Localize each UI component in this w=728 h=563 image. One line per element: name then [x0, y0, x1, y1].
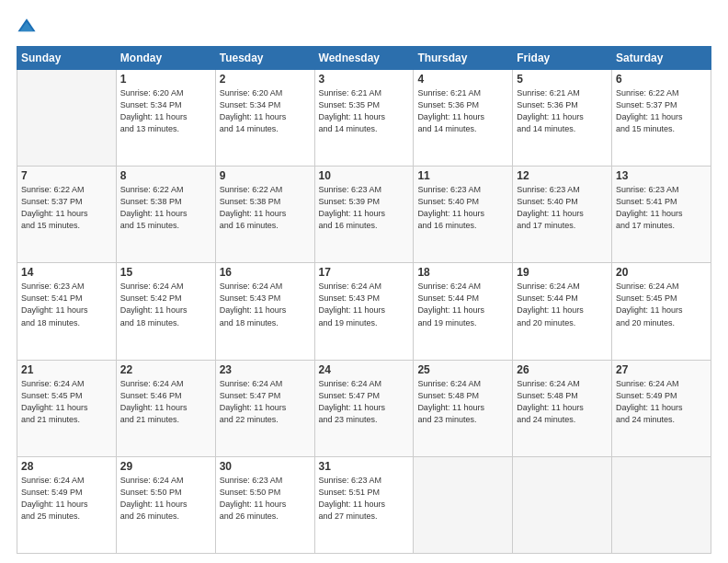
day-number: 12 [517, 169, 608, 182]
calendar-cell: 5Sunrise: 6:21 AM Sunset: 5:36 PM Daylig… [513, 70, 612, 167]
calendar-cell: 31Sunrise: 6:23 AM Sunset: 5:51 PM Dayli… [314, 456, 414, 553]
calendar-cell: 18Sunrise: 6:24 AM Sunset: 5:44 PM Dayli… [414, 263, 513, 360]
day-info: Sunrise: 6:23 AM Sunset: 5:39 PM Dayligh… [319, 184, 410, 232]
day-info: Sunrise: 6:22 AM Sunset: 5:37 PM Dayligh… [616, 87, 707, 135]
weekday-header-wednesday: Wednesday [314, 47, 414, 70]
day-number: 21 [21, 363, 112, 376]
calendar-cell: 17Sunrise: 6:24 AM Sunset: 5:43 PM Dayli… [314, 263, 414, 360]
day-number: 3 [319, 73, 410, 86]
calendar-cell [17, 70, 117, 167]
calendar-cell: 9Sunrise: 6:22 AM Sunset: 5:38 PM Daylig… [215, 167, 314, 263]
calendar-cell: 4Sunrise: 6:21 AM Sunset: 5:36 PM Daylig… [414, 70, 513, 167]
day-number: 9 [220, 169, 311, 182]
logo [17, 17, 40, 37]
day-info: Sunrise: 6:22 AM Sunset: 5:38 PM Dayligh… [220, 184, 311, 232]
calendar-cell [612, 456, 711, 553]
calendar-cell: 1Sunrise: 6:20 AM Sunset: 5:34 PM Daylig… [116, 70, 215, 167]
day-number: 1 [120, 73, 211, 86]
day-number: 22 [120, 363, 211, 376]
day-info: Sunrise: 6:23 AM Sunset: 5:40 PM Dayligh… [517, 184, 608, 232]
calendar-cell: 27Sunrise: 6:24 AM Sunset: 5:49 PM Dayli… [612, 360, 711, 456]
header [17, 17, 711, 37]
day-number: 17 [319, 266, 410, 279]
calendar-cell: 3Sunrise: 6:21 AM Sunset: 5:35 PM Daylig… [314, 70, 414, 167]
calendar-cell: 13Sunrise: 6:23 AM Sunset: 5:41 PM Dayli… [612, 167, 711, 263]
day-info: Sunrise: 6:21 AM Sunset: 5:36 PM Dayligh… [417, 87, 508, 135]
calendar-cell: 14Sunrise: 6:23 AM Sunset: 5:41 PM Dayli… [17, 263, 117, 360]
day-number: 8 [120, 169, 211, 182]
weekday-header-saturday: Saturday [612, 47, 711, 70]
day-number: 7 [21, 169, 112, 182]
calendar-cell: 28Sunrise: 6:24 AM Sunset: 5:49 PM Dayli… [17, 456, 117, 553]
calendar-cell: 7Sunrise: 6:22 AM Sunset: 5:37 PM Daylig… [17, 167, 117, 263]
week-row-3: 14Sunrise: 6:23 AM Sunset: 5:41 PM Dayli… [17, 263, 711, 360]
day-info: Sunrise: 6:24 AM Sunset: 5:49 PM Dayligh… [616, 378, 707, 426]
day-info: Sunrise: 6:22 AM Sunset: 5:37 PM Dayligh… [21, 184, 112, 232]
calendar-cell: 16Sunrise: 6:24 AM Sunset: 5:43 PM Dayli… [215, 263, 314, 360]
weekday-header-friday: Friday [513, 47, 612, 70]
day-number: 14 [21, 266, 112, 279]
day-number: 25 [417, 363, 508, 376]
calendar-cell: 30Sunrise: 6:23 AM Sunset: 5:50 PM Dayli… [215, 456, 314, 553]
day-info: Sunrise: 6:24 AM Sunset: 5:45 PM Dayligh… [21, 378, 112, 426]
calendar-cell: 12Sunrise: 6:23 AM Sunset: 5:40 PM Dayli… [513, 167, 612, 263]
calendar-cell: 29Sunrise: 6:24 AM Sunset: 5:50 PM Dayli… [116, 456, 215, 553]
day-number: 23 [220, 363, 311, 376]
calendar-cell [513, 456, 612, 553]
week-row-4: 21Sunrise: 6:24 AM Sunset: 5:45 PM Dayli… [17, 360, 711, 456]
day-info: Sunrise: 6:23 AM Sunset: 5:51 PM Dayligh… [319, 475, 410, 523]
day-info: Sunrise: 6:22 AM Sunset: 5:38 PM Dayligh… [120, 184, 211, 232]
day-number: 18 [417, 266, 508, 279]
day-info: Sunrise: 6:24 AM Sunset: 5:43 PM Dayligh… [319, 281, 410, 328]
day-info: Sunrise: 6:24 AM Sunset: 5:42 PM Dayligh… [120, 281, 211, 328]
day-info: Sunrise: 6:24 AM Sunset: 5:46 PM Dayligh… [120, 378, 211, 426]
day-number: 13 [616, 169, 707, 182]
week-row-5: 28Sunrise: 6:24 AM Sunset: 5:49 PM Dayli… [17, 456, 711, 553]
day-number: 11 [417, 169, 508, 182]
day-info: Sunrise: 6:23 AM Sunset: 5:50 PM Dayligh… [220, 475, 311, 523]
calendar-cell: 8Sunrise: 6:22 AM Sunset: 5:38 PM Daylig… [116, 167, 215, 263]
day-info: Sunrise: 6:24 AM Sunset: 5:48 PM Dayligh… [417, 378, 508, 426]
logo-icon [17, 17, 37, 37]
day-number: 16 [220, 266, 311, 279]
day-number: 28 [21, 460, 112, 473]
week-row-2: 7Sunrise: 6:22 AM Sunset: 5:37 PM Daylig… [17, 167, 711, 263]
day-info: Sunrise: 6:24 AM Sunset: 5:44 PM Dayligh… [517, 281, 608, 328]
day-number: 10 [319, 169, 410, 182]
calendar-cell: 15Sunrise: 6:24 AM Sunset: 5:42 PM Dayli… [116, 263, 215, 360]
day-number: 24 [319, 363, 410, 376]
day-number: 30 [220, 460, 311, 473]
calendar-cell: 11Sunrise: 6:23 AM Sunset: 5:40 PM Dayli… [414, 167, 513, 263]
day-number: 29 [120, 460, 211, 473]
day-number: 26 [517, 363, 608, 376]
calendar-cell: 2Sunrise: 6:20 AM Sunset: 5:34 PM Daylig… [215, 70, 314, 167]
calendar-cell: 22Sunrise: 6:24 AM Sunset: 5:46 PM Dayli… [116, 360, 215, 456]
day-info: Sunrise: 6:24 AM Sunset: 5:45 PM Dayligh… [616, 281, 707, 328]
calendar-cell: 25Sunrise: 6:24 AM Sunset: 5:48 PM Dayli… [414, 360, 513, 456]
calendar-cell: 10Sunrise: 6:23 AM Sunset: 5:39 PM Dayli… [314, 167, 414, 263]
weekday-header-sunday: Sunday [17, 47, 117, 70]
calendar-cell: 26Sunrise: 6:24 AM Sunset: 5:48 PM Dayli… [513, 360, 612, 456]
calendar-cell [414, 456, 513, 553]
day-number: 19 [517, 266, 608, 279]
day-number: 2 [220, 73, 311, 86]
day-number: 31 [319, 460, 410, 473]
day-info: Sunrise: 6:24 AM Sunset: 5:48 PM Dayligh… [517, 378, 608, 426]
calendar-cell: 20Sunrise: 6:24 AM Sunset: 5:45 PM Dayli… [612, 263, 711, 360]
day-info: Sunrise: 6:21 AM Sunset: 5:36 PM Dayligh… [517, 87, 608, 135]
calendar-cell: 24Sunrise: 6:24 AM Sunset: 5:47 PM Dayli… [314, 360, 414, 456]
week-row-1: 1Sunrise: 6:20 AM Sunset: 5:34 PM Daylig… [17, 70, 711, 167]
calendar-cell: 6Sunrise: 6:22 AM Sunset: 5:37 PM Daylig… [612, 70, 711, 167]
day-info: Sunrise: 6:20 AM Sunset: 5:34 PM Dayligh… [120, 87, 211, 135]
weekday-header-thursday: Thursday [414, 47, 513, 70]
day-number: 15 [120, 266, 211, 279]
day-number: 5 [517, 73, 608, 86]
page: SundayMondayTuesdayWednesdayThursdayFrid… [0, 0, 728, 563]
day-number: 4 [417, 73, 508, 86]
day-info: Sunrise: 6:20 AM Sunset: 5:34 PM Dayligh… [220, 87, 311, 135]
calendar-table: SundayMondayTuesdayWednesdayThursdayFrid… [17, 46, 711, 554]
weekday-header-monday: Monday [116, 47, 215, 70]
calendar-cell: 19Sunrise: 6:24 AM Sunset: 5:44 PM Dayli… [513, 263, 612, 360]
day-info: Sunrise: 6:24 AM Sunset: 5:49 PM Dayligh… [21, 475, 112, 523]
weekday-header-row: SundayMondayTuesdayWednesdayThursdayFrid… [17, 47, 711, 70]
